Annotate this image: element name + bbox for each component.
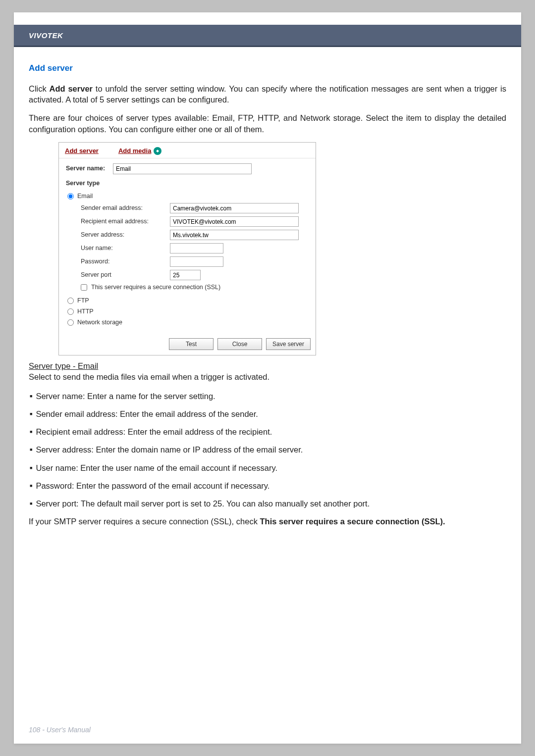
- list-item: Sender email address: Enter the email ad…: [30, 408, 506, 419]
- page-footer: 108 - User's Manual: [29, 726, 91, 734]
- radio-network-storage[interactable]: Network storage: [66, 318, 309, 327]
- server-addr-label: Server address:: [81, 231, 170, 239]
- test-button[interactable]: Test: [169, 338, 214, 350]
- radio-email[interactable]: Email: [66, 192, 309, 201]
- ssl-checkbox-label: This server requires a secure connection…: [91, 283, 220, 292]
- tab-add-media[interactable]: Add media: [118, 147, 161, 155]
- bullet-list: Server name: Enter a name for the server…: [30, 391, 506, 509]
- paragraph-2: There are four choices of server types a…: [29, 112, 506, 135]
- save-server-button[interactable]: Save server: [266, 338, 311, 350]
- port-label: Server port: [81, 271, 170, 279]
- page-header: VIVOTEK: [14, 25, 521, 46]
- list-item: Password: Enter the password of the emai…: [30, 480, 506, 491]
- recipient-input[interactable]: [170, 216, 299, 227]
- port-input[interactable]: [170, 270, 201, 280]
- add-server-panel: Add server Add media Server name: Server…: [58, 142, 316, 355]
- list-item: Server address: Enter the domain name or…: [30, 444, 506, 455]
- radio-ftp[interactable]: FTP: [66, 297, 309, 305]
- username-label: User name:: [81, 244, 170, 252]
- radio-http[interactable]: HTTP: [66, 307, 309, 316]
- radio-network-storage-input[interactable]: [67, 319, 74, 326]
- password-label: Password:: [81, 257, 170, 266]
- sender-label: Sender email address:: [81, 204, 170, 212]
- radio-http-input[interactable]: [67, 308, 74, 315]
- intro-paragraph: Click Add server to unfold the server se…: [29, 83, 506, 105]
- sub-description: Select to send the media files via email…: [29, 371, 506, 382]
- subheading-server-type-email: Server type - Email: [29, 360, 506, 371]
- list-item: Server port: The default mail server por…: [30, 498, 506, 509]
- list-item: Recipient email address: Enter the email…: [30, 426, 506, 437]
- ssl-checkbox[interactable]: [81, 284, 87, 291]
- list-item: User name: Enter the user name of the em…: [30, 462, 506, 473]
- server-name-label: Server name:: [66, 164, 113, 173]
- username-input[interactable]: [170, 243, 223, 253]
- brand-logo: VIVOTEK: [29, 31, 63, 40]
- sender-input[interactable]: [170, 203, 299, 213]
- ssl-note: If your SMTP server requires a secure co…: [29, 516, 506, 527]
- panel-tabs: Add server Add media: [59, 143, 316, 158]
- radio-email-input[interactable]: [67, 193, 74, 200]
- server-addr-input[interactable]: [170, 230, 299, 240]
- list-item: Server name: Enter a name for the server…: [30, 391, 506, 402]
- close-button[interactable]: Close: [217, 338, 262, 350]
- server-type-heading: Server type: [66, 179, 309, 188]
- server-name-input[interactable]: [113, 163, 252, 174]
- section-title: Add server: [29, 63, 506, 74]
- radio-ftp-input[interactable]: [67, 298, 74, 304]
- recipient-label: Recipient email address:: [81, 217, 170, 226]
- tab-add-server[interactable]: Add server: [65, 147, 99, 155]
- help-icon[interactable]: [154, 147, 161, 155]
- password-input[interactable]: [170, 256, 223, 267]
